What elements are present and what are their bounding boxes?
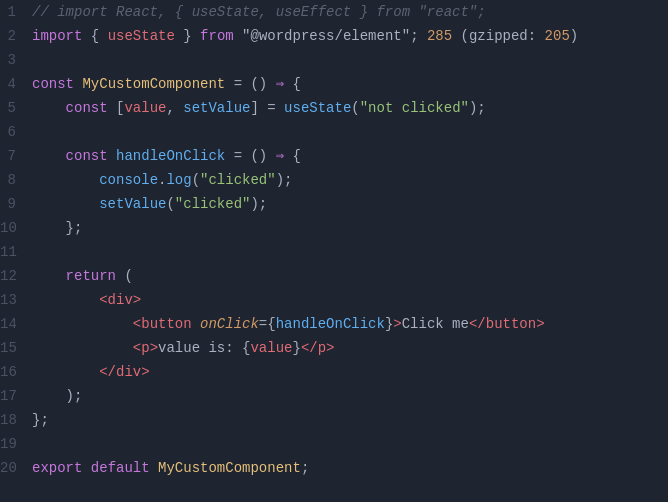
component-token: MyCustomComponent: [158, 460, 301, 476]
code-line: 6: [0, 120, 668, 144]
keyword-token: import: [32, 28, 82, 44]
gray-token: (: [351, 100, 359, 116]
path-token: "@wordpress/element": [242, 28, 410, 44]
line-content: const MyCustomComponent = () ⇒ {: [32, 72, 660, 96]
gray-token: (gzipped:: [452, 28, 544, 44]
gray-token: ;: [301, 460, 309, 476]
gray-token: };: [32, 220, 82, 236]
gray-token: = (): [225, 76, 275, 92]
line-number: 5: [0, 96, 32, 120]
line-content: [32, 120, 660, 144]
component-token: MyCustomComponent: [82, 76, 225, 92]
gray-token: ,: [166, 100, 183, 116]
line-number: 19: [0, 432, 32, 456]
keyword-token: const: [66, 100, 108, 116]
line-content: setValue("clicked");: [32, 192, 660, 216]
gray-token: Click me: [402, 316, 469, 332]
line-number: 12: [0, 264, 32, 288]
number-token: 285: [427, 28, 452, 44]
gray-token: }: [175, 28, 200, 44]
jsxtag-token: <div>: [99, 292, 141, 308]
from-token: from: [200, 28, 234, 44]
line-number: 14: [0, 312, 32, 336]
line-number: 3: [0, 48, 32, 72]
code-line: 4const MyCustomComponent = () ⇒ {: [0, 72, 668, 96]
line-number: 1: [0, 0, 32, 24]
line-content: [32, 240, 660, 264]
code-line: 14 <button onClick={handleOnClick}>Click…: [0, 312, 668, 336]
keyword-token: export: [32, 460, 82, 476]
line-number: 10: [0, 216, 32, 240]
jsxattr-token: onClick: [200, 316, 259, 332]
gray-token: [32, 196, 99, 212]
line-content: };: [32, 408, 660, 432]
line-number: 16: [0, 360, 32, 384]
line-number: 13: [0, 288, 32, 312]
gray-token: [150, 460, 158, 476]
gray-token: [32, 292, 99, 308]
string-token: "clicked": [200, 172, 276, 188]
line-number: 15: [0, 336, 32, 360]
jsxtag-token: <button: [133, 316, 192, 332]
string-token: "not clicked": [360, 100, 469, 116]
gray-token: [32, 172, 99, 188]
jsxtag-token: <p>: [133, 340, 158, 356]
gray-token: (: [166, 196, 174, 212]
comment-token: // import React, { useState, useEffect }…: [32, 4, 486, 20]
line-content: </div>: [32, 360, 660, 384]
code-line: 18};: [0, 408, 668, 432]
line-number: 7: [0, 144, 32, 168]
gray-token: }: [292, 340, 300, 356]
jsxtag-token: </p>: [301, 340, 335, 356]
code-line: 12 return (: [0, 264, 668, 288]
line-number: 8: [0, 168, 32, 192]
line-number: 4: [0, 72, 32, 96]
line-number: 20: [0, 456, 32, 480]
number-token: 205: [545, 28, 570, 44]
keyword-token: const: [66, 148, 108, 164]
line-number: 17: [0, 384, 32, 408]
code-line: 15 <p>value is: {value}</p>: [0, 336, 668, 360]
arrow-token: ⇒: [276, 148, 284, 164]
gray-token: ] =: [250, 100, 284, 116]
line-content: // import React, { useState, useEffect }…: [32, 0, 660, 24]
gray-token: (: [116, 268, 133, 284]
line-number: 11: [0, 240, 32, 264]
code-line: 19: [0, 432, 668, 456]
jsxtag-token: >: [393, 316, 401, 332]
fn-token: setValue: [99, 196, 166, 212]
gray-token: [108, 148, 116, 164]
gray-token: [32, 268, 66, 284]
gray-token: value is: {: [158, 340, 250, 356]
code-line: 7 const handleOnClick = () ⇒ {: [0, 144, 668, 168]
line-number: 9: [0, 192, 32, 216]
keyword-token: default: [91, 460, 150, 476]
line-content: return (: [32, 264, 660, 288]
line-content: <div>: [32, 288, 660, 312]
code-line: 8 console.log("clicked");: [0, 168, 668, 192]
gray-token: );: [32, 388, 82, 404]
gray-token: ;: [410, 28, 427, 44]
line-number: 6: [0, 120, 32, 144]
line-content: };: [32, 216, 660, 240]
jsxtag-token: </button>: [469, 316, 545, 332]
gray-token: [32, 100, 66, 116]
keyword-token: return: [66, 268, 116, 284]
gray-token: (: [192, 172, 200, 188]
gray-token: [192, 316, 200, 332]
line-content: export default MyCustomComponent;: [32, 456, 660, 480]
gray-token: [32, 148, 66, 164]
fn-token: useState: [284, 100, 351, 116]
gray-token: [32, 340, 133, 356]
code-line: 16 </div>: [0, 360, 668, 384]
gray-token: = (): [225, 148, 275, 164]
var-token: value: [124, 100, 166, 116]
log-token: console: [99, 172, 158, 188]
gray-token: };: [32, 412, 49, 428]
line-content: [32, 432, 660, 456]
code-line: 1// import React, { useState, useEffect …: [0, 0, 668, 24]
code-line: 2import { useState } from "@wordpress/el…: [0, 24, 668, 48]
line-content: [32, 48, 660, 72]
gray-token: ): [570, 28, 578, 44]
arrow-token: ⇒: [276, 76, 284, 92]
